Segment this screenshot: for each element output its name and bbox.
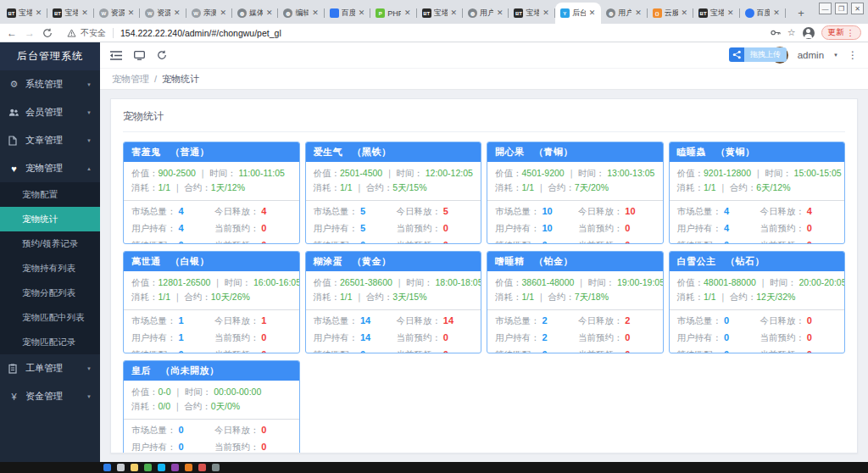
- browser-tab[interactable]: W资源:✕: [94, 3, 140, 24]
- tab-title: 百度-: [757, 8, 771, 19]
- restore-icon[interactable]: ❐: [835, 3, 848, 14]
- editor-icon[interactable]: [171, 464, 179, 471]
- browser-tab[interactable]: BT宝塔L✕: [2, 3, 47, 24]
- refresh-page-icon[interactable]: [157, 50, 167, 60]
- close-icon[interactable]: ✕: [851, 3, 864, 14]
- tab-close-icon[interactable]: ✕: [450, 8, 459, 18]
- minimize-icon[interactable]: —: [819, 3, 832, 14]
- tab-close-icon[interactable]: ✕: [726, 8, 735, 18]
- settings-icon[interactable]: [212, 464, 220, 471]
- new-tab-button[interactable]: +: [791, 3, 811, 22]
- tab-close-icon[interactable]: ✕: [219, 8, 227, 18]
- tab-close-icon[interactable]: ✕: [634, 8, 643, 18]
- sidebar-subitem[interactable]: 宠物统计: [0, 207, 100, 231]
- more-options-icon[interactable]: ⋮: [848, 49, 858, 61]
- browser-tab[interactable]: BT宝塔L✕: [693, 3, 739, 24]
- browser-tab[interactable]: ◍用户:✕: [601, 3, 647, 24]
- chrome-icon[interactable]: [144, 464, 152, 471]
- tab-close-icon[interactable]: ✕: [496, 8, 504, 18]
- stat: 今日释放： 5: [396, 206, 473, 218]
- bookmark-star-icon[interactable]: ☆: [787, 27, 796, 38]
- tab-close-icon[interactable]: ✕: [588, 8, 597, 18]
- browser-tab[interactable]: ◍用户:✕: [463, 3, 509, 24]
- pets-submenu: 宠物配置宠物统计预约/领养记录宠物持有列表宠物分配列表宠物匹配中列表宠物匹配记录: [0, 182, 100, 354]
- terminal-icon[interactable]: [185, 464, 192, 471]
- sidebar-item-articles[interactable]: 文章管理 ▼: [0, 126, 100, 154]
- stat: 当前预约： 0: [578, 223, 655, 235]
- browser-tab-strip: BT宝塔L✕BT宝塔L✕W资源:✕W资源:✕W亲测:✕◍媒体:✕◍编辑:✕百度:…: [0, 0, 868, 24]
- forward-icon[interactable]: →: [25, 28, 35, 38]
- browser-tab[interactable]: Y后台管理✕: [555, 3, 601, 24]
- notes-icon[interactable]: [198, 464, 206, 471]
- browser-profile-icon[interactable]: [803, 27, 815, 39]
- sidebar-item-members[interactable]: 会员管理 ▼: [0, 98, 100, 126]
- username[interactable]: admin: [798, 50, 824, 60]
- share-upload-widget[interactable]: 拖拽上传: [729, 47, 787, 62]
- chevron-down-icon[interactable]: ▼: [833, 53, 838, 58]
- security-chip[interactable]: 不安全 154.222.22.240/admin/#/chongwu/pet_g…: [67, 27, 281, 39]
- sidebar-item-pets[interactable]: ♥ 宠物管理 ▲: [0, 154, 100, 182]
- tab-close-icon[interactable]: ✕: [403, 8, 412, 18]
- sidebar-subitem[interactable]: 宠物匹配中列表: [0, 305, 100, 330]
- fullscreen-page-icon[interactable]: [134, 51, 145, 60]
- stat: 市场总量： 0: [131, 425, 214, 437]
- chevron-down-icon: ▼: [86, 138, 92, 143]
- browser-tab[interactable]: {}云服务✕: [648, 3, 693, 24]
- sidebar-subitem[interactable]: 预约/领养记录: [0, 231, 100, 256]
- url-text[interactable]: 154.222.22.240/admin/#/chongwu/pet_gl: [120, 28, 281, 38]
- back-icon[interactable]: ←: [7, 28, 17, 38]
- pet-card-stats: 市场总量： 10今日释放： 10用户持有： 10当前预约： 0等待匹配： 0当前…: [487, 201, 663, 244]
- browser-tab[interactable]: W亲测:✕: [186, 3, 232, 24]
- breadcrumb-parent[interactable]: 宠物管理: [112, 73, 149, 86]
- browser-tab[interactable]: W资源:✕: [140, 3, 186, 24]
- tab-close-icon[interactable]: ✕: [358, 8, 366, 18]
- browser-tab[interactable]: 百度-✕: [740, 3, 786, 24]
- tab-close-icon[interactable]: ✕: [772, 8, 781, 18]
- pet-card-header: 嗜睡精 （铂金）: [487, 252, 663, 271]
- browser-tab[interactable]: BT宝塔L✕: [47, 3, 93, 24]
- tab-close-icon[interactable]: ✕: [81, 8, 89, 18]
- browser-tab[interactable]: ◍媒体:✕: [232, 3, 278, 24]
- heart-icon: ♥: [8, 164, 19, 174]
- tab-close-icon[interactable]: ✕: [127, 8, 136, 18]
- explorer-icon[interactable]: [117, 464, 125, 471]
- sidebar-item-funds[interactable]: ¥ 资金管理 ▼: [0, 382, 100, 410]
- tab-close-icon[interactable]: ✕: [173, 8, 181, 18]
- sidebar-subitem[interactable]: 宠物持有列表: [0, 256, 100, 281]
- browser-icon[interactable]: [103, 464, 111, 471]
- browser-tab[interactable]: BT宝塔L✕: [509, 3, 554, 24]
- sidebar-subitem[interactable]: 宠物分配列表: [0, 281, 100, 305]
- tab-title: 用户:: [618, 8, 632, 19]
- tab-title: 宝塔L: [710, 8, 724, 19]
- breadcrumb: 宠物管理 / 宠物统计: [100, 68, 868, 90]
- stat: 用户持有： 5: [314, 223, 397, 235]
- stat: 用户持有： 1: [131, 332, 214, 344]
- browser-tab[interactable]: BT宝塔L✕: [417, 3, 463, 24]
- pet-card-info: 价值：2501-4500 ｜ 时间： 12:00-12:05消耗：1/1 ｜ 合…: [306, 162, 481, 201]
- stat: 等待匹配： 0: [131, 240, 214, 244]
- collapse-sidebar-icon[interactable]: [110, 51, 122, 60]
- tab-close-icon[interactable]: ✕: [265, 8, 274, 18]
- toolbar-right: ☆ 更新 ⋮: [770, 25, 861, 40]
- sidebar-subitem[interactable]: 宠物匹配记录: [0, 330, 100, 354]
- tab-close-icon[interactable]: ✕: [681, 8, 689, 18]
- browser-tab[interactable]: 百度:✕: [325, 3, 370, 24]
- messenger-icon[interactable]: [158, 464, 165, 471]
- tab-favicon: BT: [422, 8, 431, 18]
- browser-tabs: BT宝塔L✕BT宝塔L✕W资源:✕W资源:✕W亲测:✕◍媒体:✕◍编辑:✕百度:…: [2, 3, 786, 24]
- sidebar-subitem[interactable]: 宠物配置: [0, 182, 100, 207]
- browser-tab[interactable]: ◍编辑:✕: [278, 3, 324, 24]
- sidebar-item-workorders[interactable]: 工单管理 ▼: [0, 354, 100, 382]
- folder-icon[interactable]: [131, 464, 138, 471]
- reload-icon[interactable]: [42, 28, 53, 38]
- tab-close-icon[interactable]: ✕: [311, 8, 320, 18]
- password-key-icon[interactable]: [770, 27, 781, 38]
- browser-tab[interactable]: PPHP:✕: [370, 3, 416, 24]
- update-button[interactable]: 更新 ⋮: [821, 25, 862, 40]
- tab-favicon: P: [376, 8, 385, 18]
- stat: 当前预领： 0: [396, 349, 473, 353]
- stat: 市场总量： 4: [677, 206, 760, 218]
- sidebar-item-system[interactable]: ⚙ 系统管理 ▼: [0, 70, 100, 98]
- tab-close-icon[interactable]: ✕: [35, 8, 43, 18]
- tab-close-icon[interactable]: ✕: [542, 8, 550, 18]
